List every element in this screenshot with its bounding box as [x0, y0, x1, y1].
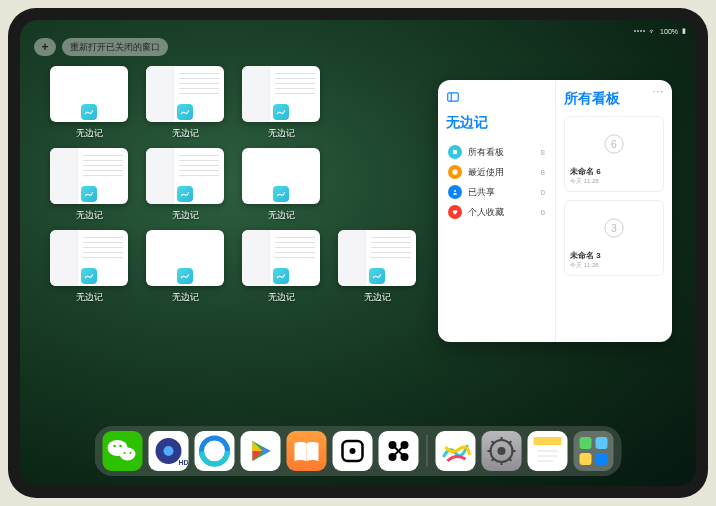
- sidebar-item-clock[interactable]: 最近使用8: [446, 162, 547, 182]
- svg-text:3: 3: [611, 223, 617, 234]
- heart-icon: [448, 205, 462, 219]
- dock-app-settings[interactable]: [482, 431, 522, 471]
- freeform-app-icon: [177, 268, 193, 284]
- screen: ᯤ 100% ▮ + 重新打开已关闭的窗口 无边记无边记无边记无边记无边记无边记…: [20, 20, 696, 486]
- square-icon: [448, 145, 462, 159]
- board-preview: 6: [570, 122, 658, 166]
- freeform-app-icon: [177, 186, 193, 202]
- sidebar-item-label: 已共享: [468, 186, 535, 199]
- thumbnail-label: 无边记: [172, 209, 199, 222]
- board-name: 未命名 6: [570, 166, 658, 177]
- sidebar-item-count: 8: [541, 148, 545, 157]
- freeform-app-icon: [81, 104, 97, 120]
- battery-icon: ▮: [682, 27, 686, 35]
- signal-icon: [634, 30, 645, 32]
- window-thumbnail[interactable]: 无边记: [242, 230, 320, 304]
- svg-point-11: [113, 445, 116, 448]
- status-bar: ᯤ 100% ▮: [30, 24, 686, 38]
- popover-content: ··· 所有看板 6未命名 6今天 11:283未命名 3今天 11:28: [556, 80, 672, 342]
- board-card[interactable]: 6未命名 6今天 11:28: [564, 116, 664, 192]
- window-thumbnail[interactable]: 无边记: [50, 230, 128, 304]
- more-icon[interactable]: ···: [653, 86, 664, 97]
- freeform-app-icon: [273, 268, 289, 284]
- svg-point-12: [119, 445, 122, 448]
- svg-rect-45: [580, 453, 592, 465]
- window-grid: 无边记无边记无边记无边记无边记无边记无边记无边记无边记无边记无边记无边记: [50, 66, 416, 304]
- svg-point-13: [124, 452, 126, 454]
- dock-app-folder[interactable]: [574, 431, 614, 471]
- thumbnail-label: 无边记: [268, 209, 295, 222]
- board-preview: 3: [570, 206, 658, 250]
- thumbnail-label: 无边记: [172, 291, 199, 304]
- add-button[interactable]: +: [34, 38, 56, 56]
- thumbnail-label: 无边记: [76, 127, 103, 140]
- thumbnail-label: 无边记: [268, 127, 295, 140]
- svg-line-35: [492, 458, 495, 461]
- sidebar-item-label: 个人收藏: [468, 206, 535, 219]
- svg-text:HD: HD: [179, 459, 189, 466]
- dock-app-connect[interactable]: [379, 431, 419, 471]
- board-name: 未命名 3: [570, 250, 658, 261]
- svg-rect-44: [596, 437, 608, 449]
- window-thumbnail[interactable]: 无边记: [242, 66, 320, 140]
- dock-app-browser2[interactable]: [195, 431, 235, 471]
- svg-point-10: [120, 448, 136, 461]
- dock-separator: [427, 435, 428, 467]
- thumbnail-label: 无边记: [364, 291, 391, 304]
- ipad-device: ᯤ 100% ▮ + 重新打开已关闭的窗口 无边记无边记无边记无边记无边记无边记…: [8, 8, 708, 498]
- freeform-app-icon: [369, 268, 385, 284]
- top-bar: + 重新打开已关闭的窗口: [34, 38, 168, 56]
- svg-point-14: [130, 452, 132, 454]
- svg-point-16: [164, 446, 174, 456]
- dock: HD: [95, 426, 622, 476]
- sidebar-item-label: 最近使用: [468, 166, 535, 179]
- battery-pct: 100%: [660, 28, 678, 35]
- sidebar-item-count: 0: [541, 188, 545, 197]
- freeform-app-icon: [81, 186, 97, 202]
- thumbnail-label: 无边记: [76, 291, 103, 304]
- window-thumbnail[interactable]: 无边记: [50, 148, 128, 222]
- sidebar-item-square[interactable]: 所有看板8: [446, 142, 547, 162]
- dock-app-wechat[interactable]: [103, 431, 143, 471]
- window-thumbnail[interactable]: 无边记: [338, 230, 416, 304]
- dock-app-freeform[interactable]: [436, 431, 476, 471]
- svg-point-4: [454, 190, 456, 192]
- svg-rect-43: [580, 437, 592, 449]
- window-thumbnail[interactable]: 无边记: [242, 148, 320, 222]
- board-card[interactable]: 3未命名 3今天 11:28: [564, 200, 664, 276]
- sidebar-item-label: 所有看板: [468, 146, 535, 159]
- popover-sidebar: 无边记 所有看板8最近使用8已共享0个人收藏0: [438, 80, 556, 342]
- svg-point-29: [498, 447, 506, 455]
- dock-app-browser1[interactable]: HD: [149, 431, 189, 471]
- svg-rect-39: [534, 445, 562, 465]
- svg-text:6: 6: [611, 139, 617, 150]
- sidebar-item-person[interactable]: 已共享0: [446, 182, 547, 202]
- window-thumbnail[interactable]: 无边记: [146, 230, 224, 304]
- window-thumbnail[interactable]: 无边记: [146, 66, 224, 140]
- dock-app-play[interactable]: [241, 431, 281, 471]
- dock-app-notes[interactable]: [528, 431, 568, 471]
- thumbnail-label: 无边记: [172, 127, 199, 140]
- sidebar-icon: [446, 90, 460, 104]
- sidebar-item-count: 0: [541, 208, 545, 217]
- svg-line-33: [509, 458, 512, 461]
- svg-rect-0: [448, 93, 459, 101]
- svg-rect-2: [453, 150, 457, 154]
- svg-line-37: [492, 441, 495, 444]
- board-date: 今天 11:28: [570, 261, 658, 270]
- thumbnail-label: 无边记: [268, 291, 295, 304]
- window-thumbnail[interactable]: 无边记: [50, 66, 128, 140]
- window-thumbnail[interactable]: 无边记: [146, 148, 224, 222]
- thumbnail-label: 无边记: [76, 209, 103, 222]
- freeform-app-icon: [177, 104, 193, 120]
- svg-point-21: [350, 448, 356, 454]
- dock-app-books[interactable]: [287, 431, 327, 471]
- svg-line-31: [509, 441, 512, 444]
- popover-sidebar-title: 无边记: [446, 114, 547, 132]
- reopen-closed-window-button[interactable]: 重新打开已关闭的窗口: [62, 38, 168, 56]
- dock-app-dice[interactable]: [333, 431, 373, 471]
- board-date: 今天 11:28: [570, 177, 658, 186]
- sidebar-item-count: 8: [541, 168, 545, 177]
- wifi-icon: ᯤ: [649, 28, 656, 35]
- sidebar-item-heart[interactable]: 个人收藏0: [446, 202, 547, 222]
